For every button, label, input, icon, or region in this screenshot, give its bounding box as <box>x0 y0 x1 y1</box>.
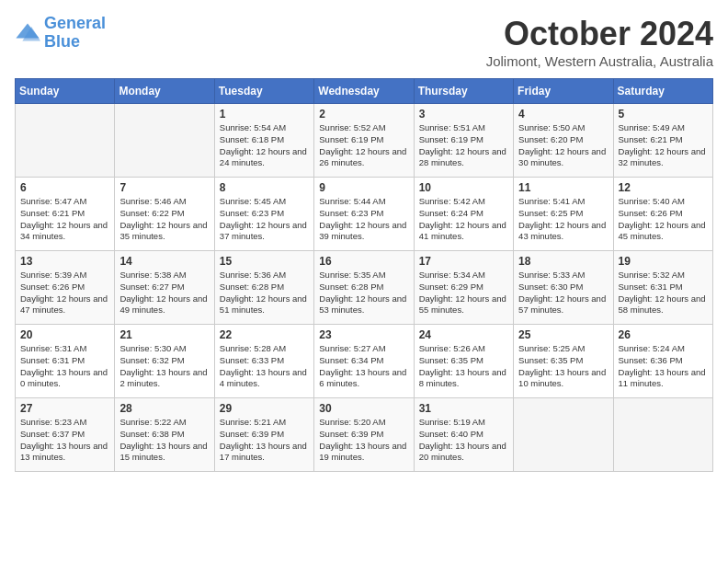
calendar-cell <box>514 398 613 472</box>
calendar-cell: 15Sunrise: 5:36 AMSunset: 6:28 PMDayligh… <box>214 251 313 325</box>
day-number: 6 <box>20 181 109 194</box>
week-row: 1Sunrise: 5:54 AMSunset: 6:18 PMDaylight… <box>16 104 713 178</box>
day-detail: Sunrise: 5:35 AMSunset: 6:28 PMDaylight:… <box>319 270 408 316</box>
calendar-cell: 14Sunrise: 5:38 AMSunset: 6:27 PMDayligh… <box>115 251 214 325</box>
calendar-cell: 22Sunrise: 5:28 AMSunset: 6:33 PMDayligh… <box>214 325 313 398</box>
day-number: 4 <box>518 108 608 121</box>
day-number: 3 <box>419 108 508 121</box>
day-detail: Sunrise: 5:38 AMSunset: 6:27 PMDaylight:… <box>119 270 209 316</box>
day-detail: Sunrise: 5:33 AMSunset: 6:30 PMDaylight:… <box>518 270 608 316</box>
calendar-cell: 9Sunrise: 5:44 AMSunset: 6:23 PMDaylight… <box>314 178 414 251</box>
calendar-cell: 8Sunrise: 5:45 AMSunset: 6:23 PMDaylight… <box>214 178 313 251</box>
calendar-table: SundayMondayTuesdayWednesdayThursdayFrid… <box>15 78 713 472</box>
day-detail: Sunrise: 5:50 AMSunset: 6:20 PMDaylight:… <box>518 122 608 169</box>
day-detail: Sunrise: 5:28 AMSunset: 6:33 PMDaylight:… <box>220 343 309 390</box>
day-number: 8 <box>220 181 309 194</box>
day-detail: Sunrise: 5:52 AMSunset: 6:19 PMDaylight:… <box>319 122 408 169</box>
location-subtitle: Jolimont, Western Australia, Australia <box>486 53 713 69</box>
day-number: 25 <box>518 328 608 341</box>
day-number: 24 <box>419 328 508 341</box>
day-number: 9 <box>319 181 408 194</box>
calendar-cell: 16Sunrise: 5:35 AMSunset: 6:28 PMDayligh… <box>314 251 414 325</box>
day-detail: Sunrise: 5:45 AMSunset: 6:23 PMDaylight:… <box>220 196 309 243</box>
calendar-cell <box>16 104 115 178</box>
day-number: 17 <box>419 255 508 268</box>
calendar-cell: 13Sunrise: 5:39 AMSunset: 6:26 PMDayligh… <box>16 251 115 325</box>
day-detail: Sunrise: 5:36 AMSunset: 6:28 PMDaylight:… <box>220 270 309 316</box>
day-detail: Sunrise: 5:34 AMSunset: 6:29 PMDaylight:… <box>419 270 508 316</box>
day-detail: Sunrise: 5:47 AMSunset: 6:21 PMDaylight:… <box>20 196 109 243</box>
calendar-cell: 10Sunrise: 5:42 AMSunset: 6:24 PMDayligh… <box>414 178 513 251</box>
calendar-cell: 25Sunrise: 5:25 AMSunset: 6:35 PMDayligh… <box>514 325 613 398</box>
calendar-cell: 28Sunrise: 5:22 AMSunset: 6:38 PMDayligh… <box>115 398 214 472</box>
calendar-cell: 27Sunrise: 5:23 AMSunset: 6:37 PMDayligh… <box>16 398 115 472</box>
column-header-friday: Friday <box>514 79 613 104</box>
page-header: General Blue October 2024 Jolimont, West… <box>15 15 713 69</box>
calendar-cell: 18Sunrise: 5:33 AMSunset: 6:30 PMDayligh… <box>514 251 613 325</box>
logo-icon <box>15 20 40 46</box>
day-detail: Sunrise: 5:40 AMSunset: 6:26 PMDaylight:… <box>619 196 708 243</box>
week-row: 20Sunrise: 5:31 AMSunset: 6:31 PMDayligh… <box>16 325 713 398</box>
column-header-thursday: Thursday <box>414 79 513 104</box>
day-detail: Sunrise: 5:23 AMSunset: 6:37 PMDaylight:… <box>20 417 109 464</box>
day-detail: Sunrise: 5:46 AMSunset: 6:22 PMDaylight:… <box>119 196 209 243</box>
column-header-monday: Monday <box>115 79 214 104</box>
title-block: October 2024 Jolimont, Western Australia… <box>486 15 713 69</box>
week-row: 13Sunrise: 5:39 AMSunset: 6:26 PMDayligh… <box>16 251 713 325</box>
calendar-cell: 7Sunrise: 5:46 AMSunset: 6:22 PMDaylight… <box>115 178 214 251</box>
day-number: 30 <box>319 402 408 415</box>
day-number: 15 <box>220 255 309 268</box>
day-number: 29 <box>220 402 309 415</box>
day-number: 13 <box>20 255 109 268</box>
column-header-saturday: Saturday <box>613 79 712 104</box>
calendar-cell: 12Sunrise: 5:40 AMSunset: 6:26 PMDayligh… <box>613 178 712 251</box>
day-detail: Sunrise: 5:41 AMSunset: 6:25 PMDaylight:… <box>518 196 608 243</box>
day-detail: Sunrise: 5:32 AMSunset: 6:31 PMDaylight:… <box>619 270 708 316</box>
day-number: 22 <box>220 328 309 341</box>
calendar-cell: 31Sunrise: 5:19 AMSunset: 6:40 PMDayligh… <box>414 398 513 472</box>
day-number: 20 <box>20 328 109 341</box>
calendar-cell: 24Sunrise: 5:26 AMSunset: 6:35 PMDayligh… <box>414 325 513 398</box>
day-detail: Sunrise: 5:39 AMSunset: 6:26 PMDaylight:… <box>20 270 109 316</box>
calendar-cell: 29Sunrise: 5:21 AMSunset: 6:39 PMDayligh… <box>214 398 313 472</box>
calendar-cell: 19Sunrise: 5:32 AMSunset: 6:31 PMDayligh… <box>613 251 712 325</box>
day-detail: Sunrise: 5:54 AMSunset: 6:18 PMDaylight:… <box>220 122 309 169</box>
column-header-sunday: Sunday <box>16 79 115 104</box>
day-number: 11 <box>518 181 608 194</box>
week-row: 27Sunrise: 5:23 AMSunset: 6:37 PMDayligh… <box>16 398 713 472</box>
day-number: 10 <box>419 181 508 194</box>
week-row: 6Sunrise: 5:47 AMSunset: 6:21 PMDaylight… <box>16 178 713 251</box>
calendar-cell: 17Sunrise: 5:34 AMSunset: 6:29 PMDayligh… <box>414 251 513 325</box>
day-number: 26 <box>619 328 708 341</box>
day-number: 18 <box>518 255 608 268</box>
logo: General Blue <box>15 15 106 52</box>
day-number: 21 <box>119 328 209 341</box>
day-detail: Sunrise: 5:20 AMSunset: 6:39 PMDaylight:… <box>319 417 408 464</box>
day-number: 1 <box>220 108 309 121</box>
day-detail: Sunrise: 5:51 AMSunset: 6:19 PMDaylight:… <box>419 122 508 169</box>
day-number: 14 <box>119 255 209 268</box>
calendar-cell: 30Sunrise: 5:20 AMSunset: 6:39 PMDayligh… <box>314 398 414 472</box>
day-detail: Sunrise: 5:22 AMSunset: 6:38 PMDaylight:… <box>119 417 209 464</box>
day-detail: Sunrise: 5:25 AMSunset: 6:35 PMDaylight:… <box>518 343 608 390</box>
column-header-wednesday: Wednesday <box>314 79 414 104</box>
calendar-cell: 2Sunrise: 5:52 AMSunset: 6:19 PMDaylight… <box>314 104 414 178</box>
day-number: 23 <box>319 328 408 341</box>
logo-text: General Blue <box>44 15 106 52</box>
day-detail: Sunrise: 5:31 AMSunset: 6:31 PMDaylight:… <box>20 343 109 390</box>
day-number: 16 <box>319 255 408 268</box>
day-number: 12 <box>619 181 708 194</box>
header-row: SundayMondayTuesdayWednesdayThursdayFrid… <box>16 79 713 104</box>
calendar-cell: 5Sunrise: 5:49 AMSunset: 6:21 PMDaylight… <box>613 104 712 178</box>
day-detail: Sunrise: 5:27 AMSunset: 6:34 PMDaylight:… <box>319 343 408 390</box>
calendar-cell <box>613 398 712 472</box>
calendar-cell: 3Sunrise: 5:51 AMSunset: 6:19 PMDaylight… <box>414 104 513 178</box>
column-header-tuesday: Tuesday <box>214 79 313 104</box>
day-detail: Sunrise: 5:44 AMSunset: 6:23 PMDaylight:… <box>319 196 408 243</box>
month-title: October 2024 <box>486 15 713 53</box>
day-number: 27 <box>20 402 109 415</box>
day-detail: Sunrise: 5:49 AMSunset: 6:21 PMDaylight:… <box>619 122 708 169</box>
day-detail: Sunrise: 5:19 AMSunset: 6:40 PMDaylight:… <box>419 417 508 464</box>
day-number: 7 <box>119 181 209 194</box>
day-number: 19 <box>619 255 708 268</box>
